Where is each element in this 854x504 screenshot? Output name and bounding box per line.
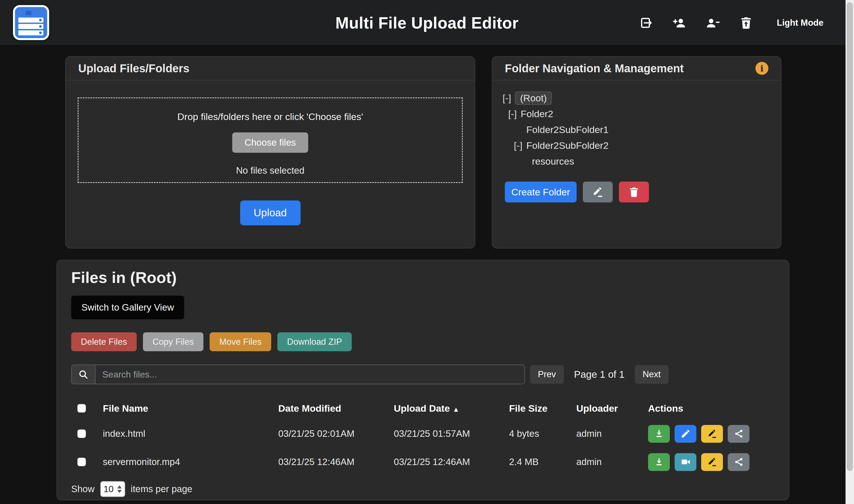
light-mode-toggle[interactable]: Light Mode (777, 18, 823, 28)
uploader: admin (576, 456, 648, 467)
page-indicator: Page 1 of 1 (574, 369, 625, 380)
pagination: Prev Page 1 of 1 Next (530, 365, 669, 384)
column-header-uploader[interactable]: Uploader (576, 403, 648, 414)
tree-item-label[interactable]: resources (532, 156, 574, 167)
edit-button[interactable] (675, 425, 696, 443)
tree-item-folder2[interactable]: [-] Folder2 (502, 106, 781, 122)
scrollbar-track[interactable] (846, 0, 854, 504)
tree-item-folder2subfolder2[interactable]: [-] Folder2SubFolder2 (502, 138, 781, 153)
share-button[interactable] (728, 453, 749, 471)
expander-icon[interactable]: [-] (502, 93, 515, 104)
tree-item-label[interactable]: (Root) (515, 91, 552, 105)
folder-tree: [-] (Root) [-] Folder2 Folder2SubFolder1… (493, 80, 781, 169)
rename-folder-button[interactable] (583, 182, 613, 202)
items-per-page-input[interactable]: 10 (100, 481, 125, 497)
column-header-upload-date[interactable]: Upload Date▲ (394, 403, 509, 414)
upload-button[interactable]: Upload (240, 200, 301, 225)
delete-folder-button[interactable] (619, 182, 649, 202)
tree-item-resources[interactable]: resources (502, 153, 781, 169)
remove-user-button[interactable] (705, 15, 720, 31)
upload-panel: Upload Files/Folders Drop files/folders … (65, 56, 475, 249)
folder-panel-title: Folder Navigation & Management (505, 62, 684, 75)
date-modified: 03/21/25 02:01AM (278, 428, 394, 439)
trash-restore-icon (739, 16, 753, 30)
folder-panel-header: Folder Navigation & Management i (493, 57, 781, 80)
restore-trash-button[interactable] (739, 15, 754, 31)
row-checkbox[interactable] (77, 430, 86, 438)
video-preview-button[interactable] (675, 453, 696, 471)
person-add-icon (672, 16, 687, 30)
files-table: File Name Date Modified Upload Date▲ Fil… (71, 397, 775, 476)
tree-item-folder2subfolder1[interactable]: Folder2SubFolder1 (502, 122, 781, 138)
date-modified: 03/21/25 12:46AM (278, 456, 394, 467)
folder-panel: Folder Navigation & Management i [-] (Ro… (492, 56, 781, 249)
upload-panel-title: Upload Files/Folders (78, 62, 189, 75)
download-button[interactable] (648, 425, 670, 443)
video-camera-icon (680, 457, 691, 467)
rename-icon (707, 429, 717, 439)
tree-item-label[interactable]: Folder2SubFolder1 (526, 124, 608, 135)
file-size: 4 bytes (509, 428, 576, 439)
files-section-title: Files in (Root) (71, 268, 775, 287)
table-row: servermonitor.mp4 03/21/25 12:46AM 03/21… (71, 448, 775, 476)
search-icon (78, 369, 89, 380)
scrollbar-thumb[interactable] (847, 2, 853, 471)
uploader: admin (576, 428, 648, 439)
logout-button[interactable] (638, 15, 654, 31)
column-header-date-modified[interactable]: Date Modified (278, 403, 394, 414)
share-icon (734, 457, 744, 467)
rename-button[interactable] (701, 425, 723, 443)
choose-files-button[interactable]: Choose files (232, 132, 308, 153)
dropzone-hint: Drop files/folders here or click 'Choose… (78, 111, 462, 122)
rename-icon (592, 186, 604, 198)
expander-icon[interactable]: [-] (514, 140, 526, 151)
no-files-status: No files selected (78, 165, 462, 176)
share-icon (734, 429, 744, 439)
bulk-actions: Delete Files Copy Files Move Files Downl… (71, 332, 775, 351)
items-per-page-label: items per page (131, 484, 192, 494)
add-user-button[interactable] (672, 15, 687, 31)
column-header-actions: Actions (648, 403, 775, 414)
file-dropzone[interactable]: Drop files/folders here or click 'Choose… (78, 97, 463, 183)
create-folder-button[interactable]: Create Folder (505, 182, 576, 202)
next-page-button[interactable]: Next (635, 365, 669, 384)
column-header-file-size[interactable]: File Size (509, 403, 576, 414)
file-size: 2.4 MB (509, 456, 576, 467)
download-icon (654, 429, 664, 439)
items-per-page-value: 10 (104, 484, 114, 494)
expander-icon[interactable]: [-] (508, 108, 521, 120)
copy-files-button[interactable]: Copy Files (143, 332, 203, 351)
select-all-checkbox[interactable] (77, 404, 86, 413)
header-actions: Light Mode (638, 0, 823, 46)
file-name: servermonitor.mp4 (103, 456, 278, 467)
prev-page-button[interactable]: Prev (530, 365, 564, 384)
search-input[interactable] (95, 364, 525, 384)
trash-icon (628, 186, 640, 198)
files-panel: Files in (Root) Switch to Gallery View D… (56, 260, 789, 500)
download-button[interactable] (648, 453, 670, 471)
row-checkbox[interactable] (77, 458, 86, 466)
person-remove-icon (706, 16, 720, 30)
tree-item-label[interactable]: Folder2SubFolder2 (526, 140, 608, 151)
logout-icon (639, 16, 653, 30)
move-files-button[interactable]: Move Files (210, 332, 271, 351)
table-header-row: File Name Date Modified Upload Date▲ Fil… (71, 397, 775, 419)
search-icon-segment (71, 364, 95, 384)
rename-icon (707, 457, 717, 467)
share-button[interactable] (728, 425, 749, 443)
sort-ascending-icon: ▲ (452, 406, 459, 413)
table-row: index.html 03/21/25 02:01AM 03/21/25 01:… (71, 419, 775, 448)
column-header-file-name[interactable]: File Name (103, 403, 278, 414)
delete-files-button[interactable]: Delete Files (71, 332, 137, 351)
stepper-arrows-icon[interactable] (117, 485, 122, 493)
tree-item-label[interactable]: Folder2 (521, 108, 553, 120)
upload-date: 03/21/25 12:46AM (394, 456, 509, 467)
show-label: Show (71, 484, 95, 494)
tree-item-root[interactable]: [-] (Root) (502, 90, 781, 106)
download-zip-button[interactable]: Download ZIP (278, 332, 352, 351)
info-icon[interactable]: i (755, 62, 768, 75)
top-bar: Multi File Upload Editor (0, 0, 854, 46)
switch-gallery-view-button[interactable]: Switch to Gallery View (71, 295, 184, 319)
rename-button[interactable] (701, 453, 723, 471)
upload-date: 03/21/25 01:57AM (394, 428, 509, 439)
